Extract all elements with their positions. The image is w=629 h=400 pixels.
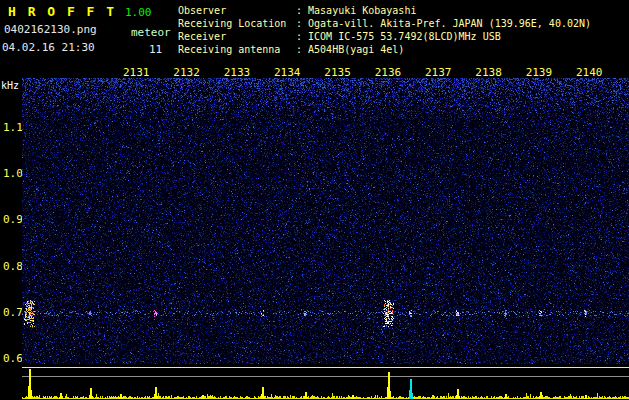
spectrogram-canvas — [22, 78, 629, 364]
y-tick-label: 1.1 — [3, 121, 23, 134]
output-filename: 0402162130.png — [4, 23, 97, 36]
timestamp: 04.02.16 21:30 — [2, 41, 95, 54]
info-value: ICOM IC-575 53.7492(8LCD)MHz USB — [308, 31, 501, 42]
info-label: Receiving antenna — [178, 43, 296, 56]
mode-label: meteor — [131, 26, 171, 39]
meteor-count: 11 — [149, 43, 162, 56]
y-axis-unit: kHz — [1, 80, 19, 91]
info-row: Receiving Location: Ogata-vill. Akita-Pr… — [178, 17, 591, 30]
app-title: H R O F F T — [8, 4, 116, 19]
info-row: Receiver: ICOM IC-575 53.7492(8LCD)MHz U… — [178, 30, 591, 43]
signal-power-canvas — [22, 364, 629, 400]
hrofft-screen: H R O F F T 1.00 0402162130.png meteor 0… — [0, 0, 629, 400]
info-label: Receiving Location — [178, 17, 296, 30]
y-tick-label: 0.7 — [3, 306, 23, 319]
y-tick-label: 0.6 — [3, 352, 23, 365]
info-value: A504HB(yagi 4el) — [308, 44, 404, 55]
y-tick-label: 1.0 — [3, 167, 23, 180]
info-separator: : — [296, 31, 308, 42]
y-tick-label: 0.8 — [3, 260, 23, 273]
info-label: Observer — [178, 4, 296, 17]
info-row: Receiving antenna: A504HB(yagi 4el) — [178, 43, 591, 56]
info-row: Observer: Masayuki Kobayashi — [178, 4, 591, 17]
info-value: Ogata-vill. Akita-Pref. JAPAN (139.96E, … — [308, 18, 591, 29]
info-value: Masayuki Kobayashi — [308, 5, 416, 16]
y-tick-label: 0.9 — [3, 213, 23, 226]
info-separator: : — [296, 44, 308, 55]
info-separator: : — [296, 5, 308, 16]
info-block: Observer: Masayuki KobayashiReceiving Lo… — [178, 4, 591, 56]
info-label: Receiver — [178, 30, 296, 43]
app-version: 1.00 — [125, 6, 152, 19]
info-separator: : — [296, 18, 308, 29]
